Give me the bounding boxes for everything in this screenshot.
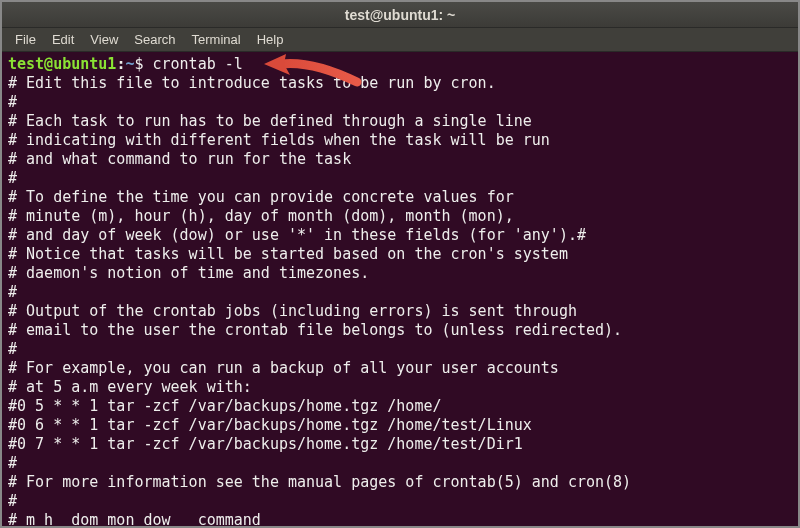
prompt-dollar: $ <box>134 55 143 73</box>
terminal-window: test@ubuntu1: ~ File Edit View Search Te… <box>2 2 798 526</box>
menu-edit[interactable]: Edit <box>45 30 81 49</box>
menubar: File Edit View Search Terminal Help <box>2 28 798 52</box>
menu-view[interactable]: View <box>83 30 125 49</box>
titlebar[interactable]: test@ubuntu1: ~ <box>2 2 798 28</box>
menu-terminal[interactable]: Terminal <box>185 30 248 49</box>
window-title: test@ubuntu1: ~ <box>345 7 455 23</box>
command-output: # Edit this file to introduce tasks to b… <box>8 74 631 526</box>
prompt-user-host: test@ubuntu1 <box>8 55 116 73</box>
menu-file[interactable]: File <box>8 30 43 49</box>
terminal-area[interactable]: test@ubuntu1:~$ crontab -l # Edit this f… <box>2 52 798 526</box>
menu-search[interactable]: Search <box>127 30 182 49</box>
command-input: crontab -l <box>153 55 243 73</box>
menu-help[interactable]: Help <box>250 30 291 49</box>
